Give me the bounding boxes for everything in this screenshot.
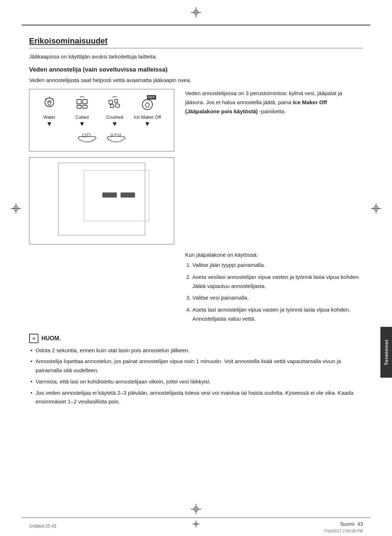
icon-box: Water ▼ Cube — [29, 89, 174, 151]
ice-maker-off-label: Ice Maker Off — [134, 115, 161, 120]
note-item-2: Annostelija lopettaa annostelun, jos pai… — [29, 357, 363, 375]
svg-rect-20 — [115, 103, 120, 107]
water-icon-item: Water ▼ — [33, 94, 66, 127]
section-title: Erikoisominaisuudet — [29, 36, 363, 46]
water-arrow: ▼ — [46, 121, 53, 127]
cubed-label: Cubed — [75, 115, 89, 120]
kun-left — [29, 252, 174, 326]
note-list: Odota 2 sekuntia, ennen kuin otat lasin … — [29, 346, 363, 407]
crushed-result-icon — [105, 133, 127, 147]
step-2: Aseta vesilasi annostelijan vipua vasten… — [192, 273, 363, 291]
section-divider — [29, 48, 363, 48]
dispenser-panel — [84, 170, 149, 221]
step-1: Valitse jään tyyppi painamalla. — [192, 261, 363, 270]
note-header-label: HUOM. — [41, 335, 61, 342]
svg-line-12 — [52, 98, 53, 99]
off-badge: OFF — [147, 95, 156, 100]
kun-right: Kun jääpalakone on käytössä: Valitse jää… — [185, 252, 363, 326]
footer-crosshair-icon — [192, 520, 200, 528]
svg-rect-19 — [110, 105, 114, 108]
svg-line-22 — [78, 137, 79, 138]
svg-line-28 — [124, 137, 125, 138]
sidebar-tab: Toiminnot — [380, 327, 392, 378]
sidebar-tab-label: Toiminnot — [384, 340, 389, 365]
icons-section: Water ▼ Cube — [29, 89, 363, 244]
bottom-crosshair-icon — [191, 504, 201, 514]
kun-intro: Kun jääpalakone on käytössä: — [185, 252, 363, 258]
note-icon: ≡ — [29, 334, 38, 343]
step-3: Valitse vesi painamalla. — [192, 293, 363, 302]
top-line — [22, 25, 370, 25]
dispenser-button-1 — [102, 192, 117, 198]
svg-rect-15 — [77, 105, 81, 108]
svg-rect-26 — [87, 134, 90, 137]
note-header: ≡ HUOM. — [29, 334, 363, 343]
small-icons-row — [33, 133, 170, 147]
note-item-4: Jos veden annostelijaa ei käytetä 2–3 pä… — [29, 389, 363, 407]
dispenser-illustration — [29, 157, 174, 244]
dispenser-body — [58, 163, 145, 235]
ice-maker-off-wrapper: OFF — [138, 94, 157, 113]
bottom-bar — [22, 517, 370, 518]
water-icon — [40, 94, 59, 113]
kun-section: Kun jääpalakone on käytössä: Valitse jää… — [29, 252, 363, 326]
right-text-2: -painiketta. — [258, 108, 286, 114]
water-label: Water — [44, 115, 56, 120]
note-section: ≡ HUOM. Odota 2 sekuntia, ennen kuin ota… — [29, 334, 363, 407]
note-item-1: Odota 2 sekuntia, ennen kuin otat lasin … — [29, 346, 363, 355]
svg-rect-31 — [115, 134, 117, 135]
icon-row: Water ▼ Cube — [33, 94, 170, 129]
crushed-icon — [105, 94, 124, 113]
right-description: Veden annostelijassa on 3 perustoimintoa… — [185, 89, 363, 244]
crushed-label: Crushed — [106, 115, 123, 120]
svg-line-23 — [95, 137, 96, 138]
right-text: Veden annostelijassa on 3 perustoimintoa… — [185, 89, 363, 116]
svg-rect-16 — [83, 105, 87, 108]
ice-maker-off-arrow: ▼ — [144, 121, 151, 127]
cubed-result-icon — [76, 133, 98, 147]
footer-center-symbol — [192, 520, 200, 529]
footer-date: 7/14/2017 2:56:06 PM — [324, 529, 363, 533]
steps-list: Valitse jään tyyppi painamalla. Aseta ve… — [185, 261, 363, 324]
note-item-3: Varmista, että lasi on kohdistettu annos… — [29, 377, 363, 386]
icons-left-col: Water ▼ Cube — [29, 89, 174, 244]
svg-line-11 — [45, 98, 46, 99]
footer-right: Suomi 43 — [340, 521, 363, 527]
svg-rect-14 — [83, 100, 87, 104]
main-content: Erikoisominaisuudet Jääkaapissa on käytt… — [29, 36, 363, 500]
subsection-intro: Veden annostelijasta saat helposti vettä… — [29, 77, 363, 83]
footer-page-number: 43 — [357, 521, 363, 527]
top-crosshair-icon — [191, 7, 201, 17]
cubed-icon — [73, 94, 91, 113]
subsection-title: Veden annostelija (vain soveltuvissa mal… — [29, 66, 363, 73]
section-intro: Jääkaapissa on käyttäjän avuksi tarkoite… — [29, 53, 363, 60]
svg-rect-32 — [118, 134, 121, 136]
svg-rect-13 — [77, 100, 81, 104]
crushed-icon-item: Crushed ▼ — [98, 94, 131, 127]
footer-left: Untitled-25 43 — [29, 524, 56, 529]
cubed-arrow: ▼ — [79, 121, 85, 127]
svg-rect-18 — [114, 99, 118, 102]
ice-maker-off-icon-item: OFF Ice Maker Off ▼ — [131, 94, 164, 127]
step-4: Aseta lasi annostelijan vipua vasten ja … — [192, 305, 363, 324]
footer-page-label: Suomi — [340, 521, 355, 527]
left-crosshair-icon — [11, 203, 21, 214]
right-crosshair-icon — [371, 203, 381, 214]
svg-point-21 — [142, 100, 152, 110]
dispenser-inner — [44, 163, 160, 239]
svg-line-27 — [107, 137, 108, 138]
cubed-icon-item: Cubed ▼ — [66, 94, 98, 127]
svg-rect-30 — [111, 134, 113, 136]
crushed-arrow: ▼ — [111, 121, 118, 127]
svg-rect-17 — [109, 100, 113, 104]
dispenser-button-2 — [121, 192, 135, 198]
